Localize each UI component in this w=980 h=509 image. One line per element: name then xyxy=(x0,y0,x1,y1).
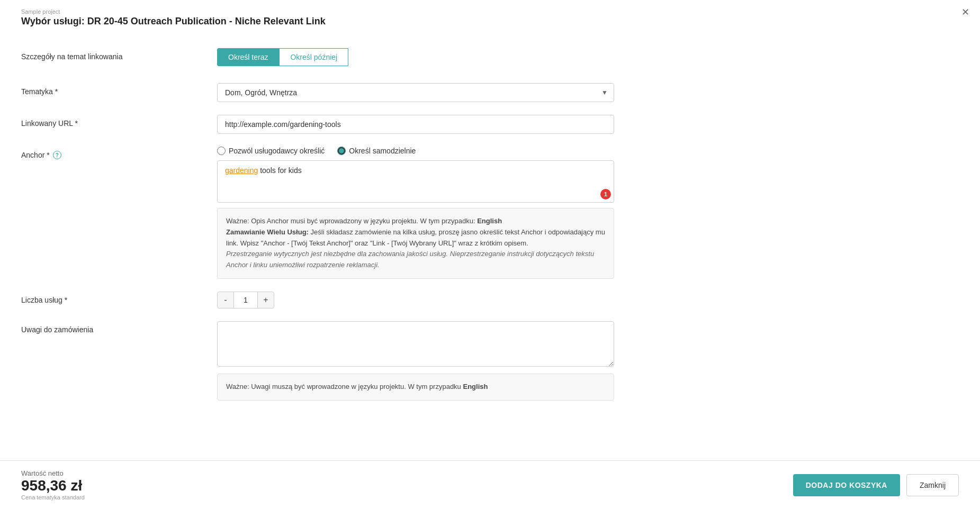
anchor-help-icon[interactable]: ? xyxy=(53,151,61,159)
linkowany-url-label: Linkowany URL * xyxy=(21,115,217,128)
breadcrumb: Sample project xyxy=(21,8,959,15)
uwagi-info-box: Ważne: Uwagi muszą być wprowadzone w jęz… xyxy=(217,374,614,401)
footer: Wartość netto 958,36 zł Cena tematyka st… xyxy=(0,460,980,509)
tematyka-control: Dom, Ogród, Wnętrza ▼ xyxy=(217,83,614,102)
uwagi-label: Uwagi do zamówienia xyxy=(21,321,217,334)
section-header-row: Szczegóły na temat linkowania Określ ter… xyxy=(21,48,959,66)
anchor-highlighted-text: gardening xyxy=(225,166,258,175)
tematyka-row: Tematyka * Dom, Ogród, Wnętrza ▼ xyxy=(21,83,959,102)
page-title: Wybór usługi: DR 20-45 Outreach Publicat… xyxy=(21,16,959,27)
tematyka-select-wrapper: Dom, Ogród, Wnętrza ▼ xyxy=(217,83,614,102)
add-to-cart-button[interactable]: DODAJ DO KOSZYKA xyxy=(793,474,900,496)
anchor-rest-text: tools for kids xyxy=(258,166,301,175)
anchor-info-line1: Ważne: Opis Anchor musi być wprowadzony … xyxy=(226,216,605,227)
anchor-info-line3: Przestrzeganie wytycznych jest niezbędne… xyxy=(226,249,605,271)
linkowany-url-row: Linkowany URL * xyxy=(21,115,959,134)
anchor-radio-provider[interactable] xyxy=(217,147,226,155)
anchor-row: Anchor * ? Pozwól usługodawcy określić O… xyxy=(21,147,959,279)
price-section: Wartość netto 958,36 zł Cena tematyka st… xyxy=(21,469,85,501)
close-button[interactable]: ✕ xyxy=(961,6,969,18)
linkowany-url-control xyxy=(217,115,614,134)
toggle-area: Określ teraz Określ później xyxy=(217,48,614,66)
page-title-service: DR 20-45 Outreach Publication - Niche Re… xyxy=(87,16,326,26)
stepper-minus-button[interactable]: - xyxy=(217,292,234,308)
anchor-textarea-wrapper: gardening tools for kids 1 xyxy=(217,160,614,203)
footer-buttons: DODAJ DO KOSZYKA Zamknij xyxy=(793,474,959,496)
price-label: Wartość netto xyxy=(21,469,85,477)
toggle-later-button[interactable]: Określ później xyxy=(279,48,348,66)
anchor-radio-self-label[interactable]: Określ samodzielnie xyxy=(337,147,416,155)
tematyka-select[interactable]: Dom, Ogród, Wnętrza xyxy=(217,83,614,102)
quantity-stepper: - 1 + xyxy=(217,292,614,308)
price-note: Cena tematyka standard xyxy=(21,494,85,501)
uwagi-row: Uwagi do zamówienia Ważne: Uwagi muszą b… xyxy=(21,321,959,401)
anchor-radio-provider-label[interactable]: Pozwól usługodawcy określić xyxy=(217,147,325,155)
anchor-info-box: Ważne: Opis Anchor musi być wprowadzony … xyxy=(217,208,614,279)
cancel-button[interactable]: Zamknij xyxy=(906,474,959,496)
uwagi-control: Ważne: Uwagi muszą być wprowadzone w jęz… xyxy=(217,321,614,401)
section-label: Szczegóły na temat linkowania xyxy=(21,48,217,61)
anchor-textarea[interactable]: gardening tools for kids xyxy=(217,160,614,203)
liczba-uslug-label: Liczba usług * xyxy=(21,292,217,304)
anchor-radio-self[interactable] xyxy=(337,147,346,155)
tematyka-label: Tematyka * xyxy=(21,83,217,96)
anchor-info-line2: Zamawianie Wielu Usług: Jeśli składasz z… xyxy=(226,227,605,249)
page-container: ✕ Sample project Wybór usługi: DR 20-45 … xyxy=(0,0,980,509)
liczba-uslug-row: Liczba usług * - 1 + xyxy=(21,292,959,308)
anchor-radio-group: Pozwól usługodawcy określić Określ samod… xyxy=(217,147,614,155)
linkowany-url-input[interactable] xyxy=(217,115,614,134)
stepper-value: 1 xyxy=(234,292,257,308)
liczba-uslug-control: - 1 + xyxy=(217,292,614,308)
toggle-now-button[interactable]: Określ teraz xyxy=(217,48,279,66)
anchor-control: Pozwól usługodawcy określić Określ samod… xyxy=(217,147,614,279)
anchor-badge: 1 xyxy=(600,189,611,199)
page-title-prefix: Wybór usługi: xyxy=(21,16,87,26)
uwagi-textarea[interactable] xyxy=(217,321,614,367)
anchor-label: Anchor * ? xyxy=(21,147,217,159)
stepper-plus-button[interactable]: + xyxy=(257,292,274,308)
price-value: 958,36 zł xyxy=(21,477,85,494)
toggle-group: Określ teraz Określ później xyxy=(217,48,614,66)
